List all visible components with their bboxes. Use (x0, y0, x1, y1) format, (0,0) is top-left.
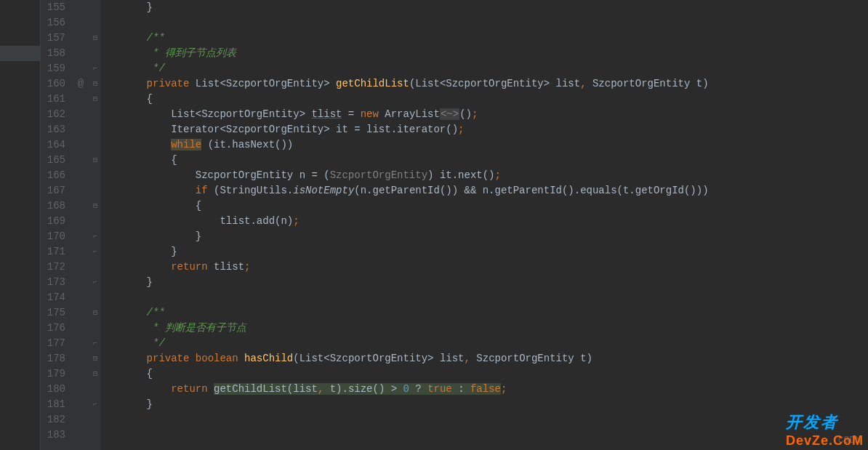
code-line-156[interactable] (100, 15, 868, 31)
code-line-180[interactable]: return getChildList(list, t).size() > 0 … (100, 382, 868, 397)
line-number[interactable]: 167 (41, 183, 65, 198)
code-line-172[interactable]: return tlist; (100, 260, 868, 275)
fold-toggle-icon[interactable]: ⌐ (90, 275, 100, 290)
code-line-160[interactable]: private List<SzcportOrgEntity> getChildL… (100, 76, 868, 92)
code-line-171[interactable]: } (100, 244, 868, 260)
code-line-166[interactable]: SzcportOrgEntity n = (SzcportOrgEntity) … (100, 168, 868, 183)
line-number[interactable]: 165 (41, 153, 65, 168)
fold-toggle-icon[interactable]: ⌐ (90, 229, 100, 244)
line-number[interactable]: 183 (41, 427, 65, 443)
annotation-marker (71, 46, 90, 61)
line-number[interactable]: 161 (41, 92, 65, 107)
annotation-marker (71, 229, 90, 244)
fold-toggle-icon[interactable]: ⊟ (90, 92, 100, 107)
fold-toggle-icon[interactable]: ⊟ (90, 305, 100, 321)
line-number[interactable]: 170 (41, 229, 65, 244)
fold-toggle-icon[interactable]: ⊟ (90, 31, 100, 46)
fold-toggle-icon[interactable]: ⌐ (90, 61, 100, 76)
code-line-173[interactable]: } (100, 275, 868, 290)
line-number[interactable]: 168 (41, 198, 65, 214)
fold-toggle-icon[interactable]: ⌐ (90, 244, 100, 260)
fold-toggle-icon[interactable] (90, 382, 100, 397)
annotation-marker (71, 244, 90, 260)
fold-toggle-icon[interactable] (90, 122, 100, 137)
line-number[interactable]: 181 (41, 397, 65, 412)
line-number[interactable]: 180 (41, 382, 65, 397)
fold-toggle-icon[interactable] (90, 412, 100, 427)
code-line-169[interactable]: tlist.add(n); (100, 214, 868, 229)
line-number[interactable]: 162 (41, 107, 65, 122)
line-number[interactable]: 171 (41, 244, 65, 260)
line-number[interactable]: 174 (41, 290, 65, 305)
fold-toggle-icon[interactable] (90, 137, 100, 153)
code-line-157[interactable]: /** (100, 31, 868, 46)
line-number[interactable]: 166 (41, 168, 65, 183)
line-number[interactable]: 163 (41, 122, 65, 137)
fold-toggle-icon[interactable] (90, 427, 100, 443)
code-line-178[interactable]: private boolean hasChild(List<SzcportOrg… (100, 351, 868, 366)
line-number[interactable]: 159 (41, 61, 65, 76)
line-number[interactable]: 173 (41, 275, 65, 290)
fold-toggle-icon[interactable]: ⌐ (90, 397, 100, 412)
code-line-168[interactable]: { (100, 198, 868, 214)
fold-toggle-icon[interactable]: ⊟ (90, 198, 100, 214)
line-number[interactable]: 172 (41, 260, 65, 275)
line-number[interactable]: 175 (41, 305, 65, 321)
code-area[interactable]: } /** * 得到子节点列表 */ private List<SzcportO… (100, 0, 868, 450)
fold-toggle-icon[interactable] (90, 290, 100, 305)
line-number[interactable]: 160 (41, 76, 65, 92)
fold-toggle-icon[interactable]: ⊟ (90, 153, 100, 168)
line-number[interactable]: 155 (41, 0, 65, 15)
code-line-174[interactable] (100, 290, 868, 305)
annotation-marker (71, 31, 90, 46)
fold-toggle-icon[interactable] (90, 183, 100, 198)
code-line-183[interactable] (100, 427, 868, 443)
code-line-181[interactable]: } (100, 397, 868, 412)
code-line-162[interactable]: List<SzcportOrgEntity> tlist = new Array… (100, 107, 868, 122)
code-line-175[interactable]: /** (100, 305, 868, 321)
fold-gutter[interactable]: ⊟⌐⊟⊟⊟⊟⌐⌐⌐⊟⌐⊟⊟⌐ (90, 0, 100, 450)
line-number[interactable]: 169 (41, 214, 65, 229)
line-number[interactable]: 158 (41, 46, 65, 61)
annotation-marker (71, 275, 90, 290)
line-number[interactable]: 177 (41, 336, 65, 351)
annotation-marker (71, 382, 90, 397)
fold-toggle-icon[interactable] (90, 214, 100, 229)
code-line-176[interactable]: * 判断是否有子节点 (100, 321, 868, 336)
code-line-182[interactable] (100, 412, 868, 427)
code-line-170[interactable]: } (100, 229, 868, 244)
code-line-163[interactable]: Iterator<SzcportOrgEntity> it = list.ite… (100, 122, 868, 137)
code-line-164[interactable]: while (it.hasNext()) (100, 137, 868, 153)
annotation-marker (71, 366, 90, 382)
fold-toggle-icon[interactable] (90, 168, 100, 183)
code-line-158[interactable]: * 得到子节点列表 (100, 46, 868, 61)
code-line-155[interactable]: } (100, 0, 868, 15)
line-number[interactable]: 164 (41, 137, 65, 153)
fold-toggle-icon[interactable] (90, 260, 100, 275)
fold-toggle-icon[interactable] (90, 321, 100, 336)
code-line-177[interactable]: */ (100, 336, 868, 351)
line-number[interactable]: 178 (41, 351, 65, 366)
annotation-marker (71, 351, 90, 366)
fold-toggle-icon[interactable]: ⊟ (90, 366, 100, 382)
line-number-gutter[interactable]: 1551561571581591601611621631641651661671… (41, 0, 71, 450)
fold-toggle-icon[interactable]: ⊟ (90, 351, 100, 366)
line-number[interactable]: 176 (41, 321, 65, 336)
line-number[interactable]: 179 (41, 366, 65, 382)
fold-toggle-icon[interactable]: ⊟ (90, 76, 100, 92)
line-number[interactable]: 157 (41, 31, 65, 46)
fold-toggle-icon[interactable] (90, 46, 100, 61)
fold-toggle-icon[interactable] (90, 15, 100, 31)
code-line-167[interactable]: if (StringUtils.isNotEmpty(n.getParentId… (100, 183, 868, 198)
annotation-marker (71, 260, 90, 275)
code-line-161[interactable]: { (100, 92, 868, 107)
code-line-159[interactable]: */ (100, 61, 868, 76)
fold-toggle-icon[interactable] (90, 0, 100, 15)
line-number[interactable]: 182 (41, 412, 65, 427)
fold-toggle-icon[interactable]: ⌐ (90, 336, 100, 351)
code-line-165[interactable]: { (100, 153, 868, 168)
devze-logo: 开发者 DevZe.CoM (786, 411, 864, 449)
fold-toggle-icon[interactable] (90, 107, 100, 122)
code-line-179[interactable]: { (100, 366, 868, 382)
line-number[interactable]: 156 (41, 15, 65, 31)
